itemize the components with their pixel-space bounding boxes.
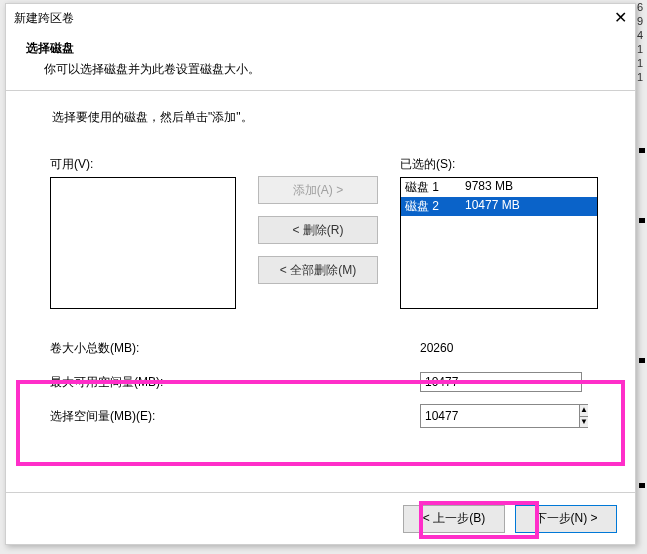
wizard-step-title: 选择磁盘 [26,40,615,57]
next-button[interactable]: 下一步(N) > [515,505,617,533]
select-space-label: 选择空间量(MB)(E): [50,408,420,425]
available-disks-listbox[interactable] [50,177,236,309]
remove-button[interactable]: < 删除(R) [258,216,378,244]
spinner-up-icon[interactable]: ▲ [580,405,588,417]
selected-label: 已选的(S): [400,156,598,173]
edge-glitch [639,483,645,488]
wizard-step-subtitle: 你可以选择磁盘并为此卷设置磁盘大小。 [26,61,615,78]
max-space-field[interactable] [420,372,582,392]
disk-row[interactable]: 磁盘 19783 MB [401,178,597,197]
select-space-input[interactable] [421,405,579,427]
disk-name: 磁盘 1 [405,179,465,196]
close-button[interactable]: ✕ [609,7,631,27]
close-icon: ✕ [614,8,627,27]
max-space-label: 最大可用空间量(MB): [50,374,420,391]
titlebar: 新建跨区卷 ✕ [6,4,635,32]
disk-size: 9783 MB [465,179,585,196]
total-size-value: 20260 [420,341,590,355]
edge-glitch [639,218,645,223]
spinner-buttons: ▲ ▼ [579,405,588,427]
back-button[interactable]: < 上一步(B) [403,505,505,533]
available-label: 可用(V): [50,156,236,173]
select-space-spinner[interactable]: ▲ ▼ [420,404,588,428]
wizard-dialog: 新建跨区卷 ✕ 选择磁盘 你可以选择磁盘并为此卷设置磁盘大小。 选择要使用的磁盘… [5,3,636,545]
window-title: 新建跨区卷 [14,10,74,27]
edge-glitch [639,148,645,153]
disk-name: 磁盘 2 [405,198,465,215]
instruction-text: 选择要使用的磁盘，然后单击"添加"。 [52,109,609,126]
spinner-down-icon[interactable]: ▼ [580,417,588,428]
disk-size: 10477 MB [465,198,585,215]
selected-disks-listbox[interactable]: 磁盘 19783 MB磁盘 210477 MB [400,177,598,309]
edge-glitch [639,358,645,363]
total-size-label: 卷大小总数(MB): [50,340,420,357]
wizard-footer: < 上一步(B) 下一步(N) > [6,492,635,544]
remove-all-button[interactable]: < 全部删除(M) [258,256,378,284]
wizard-header: 选择磁盘 你可以选择磁盘并为此卷设置磁盘大小。 [6,32,635,90]
add-button[interactable]: 添加(A) > [258,176,378,204]
disk-row[interactable]: 磁盘 210477 MB [401,197,597,216]
